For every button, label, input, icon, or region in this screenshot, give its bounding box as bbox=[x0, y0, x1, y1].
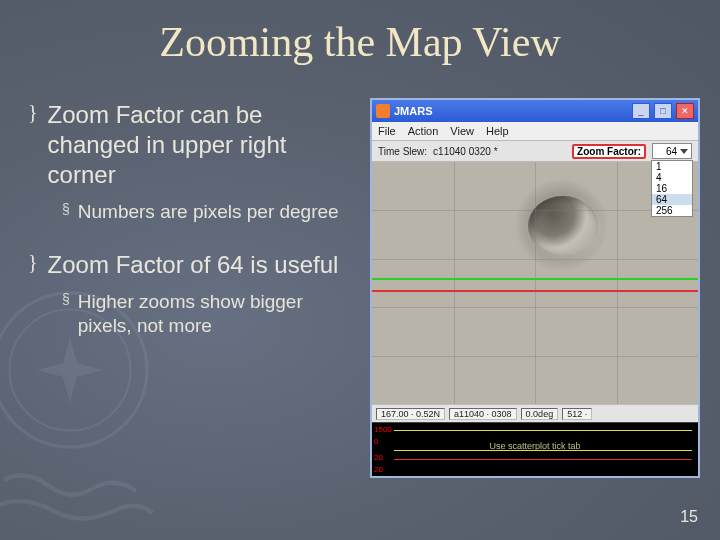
app-window: JMARS _ □ ✕ File Action View Help Time S… bbox=[370, 98, 700, 478]
bullet-1-sub-text: Numbers are pixels per degree bbox=[78, 200, 339, 224]
bullet-2: } Zoom Factor of 64 is useful bbox=[28, 250, 348, 280]
status-orbit: a11040 · 0308 bbox=[449, 408, 517, 420]
zoom-factor-value: 64 bbox=[666, 146, 677, 157]
page-number: 15 bbox=[680, 508, 698, 526]
overlay-line-green bbox=[372, 278, 698, 280]
zoom-option[interactable]: 16 bbox=[652, 183, 692, 194]
titlebar[interactable]: JMARS _ □ ✕ bbox=[372, 100, 698, 122]
overlay-line-red bbox=[372, 290, 698, 292]
bullet-list: } Zoom Factor can be changed in upper ri… bbox=[28, 100, 348, 363]
profile-line-red bbox=[394, 459, 692, 460]
zoom-option[interactable]: 1 bbox=[652, 161, 692, 172]
minimize-button[interactable]: _ bbox=[632, 103, 650, 119]
bullet-1-text: Zoom Factor can be changed in upper righ… bbox=[48, 100, 348, 190]
status-coords: 167.00 · 0.52N bbox=[376, 408, 445, 420]
bullet-2-text: Zoom Factor of 64 is useful bbox=[48, 250, 339, 280]
crater-feature bbox=[528, 196, 598, 256]
status-res: 512 · bbox=[562, 408, 592, 420]
map-view[interactable] bbox=[372, 162, 698, 404]
toolbar: Time Slew: c11040 0320 * Zoom Factor: 64… bbox=[372, 140, 698, 162]
profile-line-yellow bbox=[394, 430, 692, 431]
time-slew-label: Time Slew: bbox=[378, 146, 427, 157]
chevron-down-icon bbox=[680, 149, 688, 154]
bullet-1: } Zoom Factor can be changed in upper ri… bbox=[28, 100, 348, 190]
slide: Zooming the Map View } Zoom Factor can b… bbox=[0, 0, 720, 540]
bullet-l1-mark: } bbox=[28, 100, 38, 124]
maximize-button[interactable]: □ bbox=[654, 103, 672, 119]
profile-panel: 1500 0 20 20 Use scatterplot tick tab bbox=[372, 422, 698, 476]
profile-r3: 20 bbox=[374, 453, 383, 462]
bullet-l2-mark: § bbox=[62, 290, 70, 308]
bullet-l2-mark: § bbox=[62, 200, 70, 218]
zoom-option[interactable]: 4 bbox=[652, 172, 692, 183]
menu-file[interactable]: File bbox=[378, 125, 396, 137]
zoom-dropdown: 1 4 16 64 256 bbox=[651, 160, 693, 217]
bullet-2-sub: § Higher zooms show bigger pixels, not m… bbox=[62, 290, 348, 338]
status-angle: 0.0deg bbox=[521, 408, 559, 420]
slide-title: Zooming the Map View bbox=[0, 18, 720, 66]
zoom-factor-label: Zoom Factor: bbox=[572, 144, 646, 159]
time-slew-value: c11040 0320 * bbox=[433, 146, 498, 157]
status-bar: 167.00 · 0.52N a11040 · 0308 0.0deg 512 … bbox=[372, 404, 698, 422]
menu-action[interactable]: Action bbox=[408, 125, 439, 137]
app-title: JMARS bbox=[394, 105, 628, 117]
menu-view[interactable]: View bbox=[450, 125, 474, 137]
bullet-l1-mark: } bbox=[28, 250, 38, 274]
profile-r4: 20 bbox=[374, 465, 383, 474]
menu-help[interactable]: Help bbox=[486, 125, 509, 137]
app-icon bbox=[376, 104, 390, 118]
profile-label: Use scatterplot tick tab bbox=[372, 441, 698, 451]
close-button[interactable]: ✕ bbox=[676, 103, 694, 119]
menubar: File Action View Help bbox=[372, 122, 698, 140]
zoom-option[interactable]: 64 bbox=[652, 194, 692, 205]
zoom-factor-select[interactable]: 64 1 4 16 64 256 bbox=[652, 143, 692, 159]
profile-r1: 1500 bbox=[374, 425, 392, 434]
terrain-layer bbox=[372, 162, 698, 404]
bullet-1-sub: § Numbers are pixels per degree bbox=[62, 200, 348, 224]
bullet-2-sub-text: Higher zooms show bigger pixels, not mor… bbox=[78, 290, 348, 338]
zoom-option[interactable]: 256 bbox=[652, 205, 692, 216]
